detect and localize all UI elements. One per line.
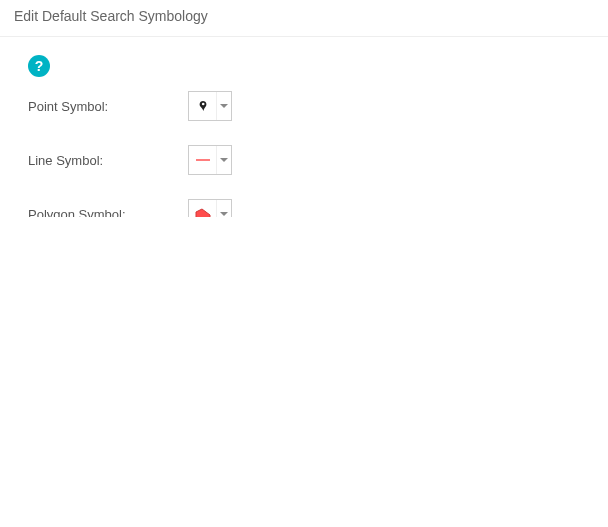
polygon-symbol-row: Polygon Symbol: bbox=[28, 199, 592, 217]
point-symbol-preview bbox=[189, 92, 217, 120]
line-symbol-label: Line Symbol: bbox=[28, 153, 188, 168]
polygon-symbol-preview bbox=[189, 200, 217, 217]
dialog-title: Edit Default Search Symbology bbox=[0, 0, 608, 37]
polygon-icon bbox=[195, 208, 211, 217]
polygon-symbol-dropdown[interactable] bbox=[217, 200, 231, 217]
point-symbol-label: Point Symbol: bbox=[28, 99, 188, 114]
point-symbol-dropdown[interactable] bbox=[217, 92, 231, 120]
pin-icon bbox=[196, 100, 210, 112]
line-symbol-row: Line Symbol: bbox=[28, 145, 592, 175]
line-icon bbox=[196, 159, 210, 161]
help-icon[interactable]: ? bbox=[28, 55, 50, 77]
point-symbol-picker[interactable] bbox=[188, 91, 232, 121]
svg-point-0 bbox=[201, 103, 204, 106]
point-symbol-row: Point Symbol: bbox=[28, 91, 592, 121]
line-symbol-dropdown[interactable] bbox=[217, 146, 231, 174]
line-symbol-picker[interactable] bbox=[188, 145, 232, 175]
dialog-body: ? Point Symbol: Line Symbol: Polygon Sym… bbox=[0, 37, 608, 217]
polygon-symbol-label: Polygon Symbol: bbox=[28, 207, 188, 218]
polygon-symbol-picker[interactable] bbox=[188, 199, 232, 217]
line-symbol-preview bbox=[189, 146, 217, 174]
